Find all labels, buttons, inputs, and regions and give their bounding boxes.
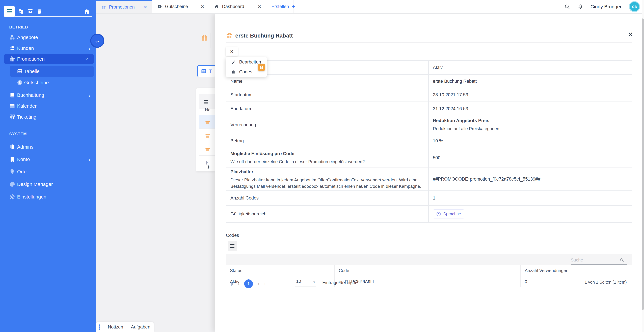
sidebar-item-design-manager[interactable]: Design Manager	[0, 179, 96, 189]
archive-icon[interactable]	[28, 8, 33, 14]
codes-menu-button[interactable]	[228, 241, 237, 251]
hamburger-icon[interactable]	[204, 100, 208, 105]
svg-text:$: $	[19, 81, 21, 84]
table-row: Enddatum 31.12.2024 16:53	[226, 102, 632, 116]
detail-value: erste Buchung Rabatt	[433, 78, 628, 84]
sidebar-resize-handle[interactable]: ↔	[90, 34, 104, 48]
table-row: Betrag 10 %	[226, 134, 632, 148]
users-icon	[9, 45, 15, 51]
chevron-down-icon: ›	[84, 58, 90, 60]
bell-icon[interactable]	[578, 4, 583, 9]
sidebar-item-label: Ticketing	[17, 114, 36, 120]
column-header-code[interactable]: Code	[334, 265, 520, 276]
actions-menu-toggle[interactable]: ×	[226, 47, 238, 56]
first-page-icon[interactable]: |‹	[231, 281, 233, 286]
aufgaben-button[interactable]: Aufgaben	[131, 325, 150, 330]
table-icon	[17, 68, 23, 74]
detail-value: 10 %	[433, 138, 628, 144]
badge-dollar-icon: $	[17, 80, 23, 86]
user-name[interactable]: Cindy Brugger	[590, 4, 622, 9]
codes-heading: Codes	[226, 233, 239, 238]
table-row[interactable]	[199, 129, 215, 142]
shield-icon	[9, 144, 15, 150]
sidebar-item-tabelle[interactable]: Tabelle	[10, 66, 94, 77]
detail-value: Aktiv	[433, 64, 628, 71]
avatar[interactable]: CB	[629, 1, 640, 12]
sidebar-item-orte[interactable]: Orte	[0, 166, 96, 177]
detail-value: Reduktion Angebots Preis	[433, 118, 628, 124]
section-label-system: SYSTEM	[9, 132, 27, 136]
gift-icon	[9, 56, 15, 62]
detail-label: Betrag	[230, 138, 424, 144]
sidebar: BETRIEB Angebote Kunden › Promotionen ›	[0, 0, 96, 332]
page-size-select[interactable]: 10 ▾	[295, 279, 316, 284]
expand-panel-chevron[interactable]: ›	[207, 162, 210, 171]
search-icon[interactable]	[564, 4, 570, 9]
notizen-button[interactable]: Notizen	[108, 325, 123, 330]
sidebar-item-kunden[interactable]: Kunden ›	[0, 43, 96, 53]
sidebar-item-angebote[interactable]: Angebote	[0, 32, 96, 42]
badge-dollar-icon: $	[157, 4, 162, 9]
scrollbar[interactable]	[642, 0, 644, 332]
sprachsc-chip[interactable]: Sprachsc	[433, 209, 464, 218]
search-underline	[571, 264, 627, 265]
sidebar-item-einstellungen[interactable]: Einstellungen	[0, 192, 96, 202]
sidebar-item-ticketing[interactable]: Ticketing	[0, 112, 96, 122]
table-row[interactable]	[199, 115, 215, 129]
next-page-icon[interactable]: ›	[258, 281, 259, 286]
sidebar-item-konto[interactable]: Konto ›	[0, 154, 96, 165]
sidebar-hamburger-button[interactable]	[4, 6, 15, 17]
sidebar-item-promotionen[interactable]: Promotionen ›	[4, 54, 94, 64]
tab-promotionen[interactable]: Promotionen ×	[96, 0, 152, 13]
sidebar-item-label: Design Manager	[17, 181, 53, 187]
tab-erstellen[interactable]: Erstellen +	[266, 0, 294, 13]
sidebar-item-admins[interactable]: Admins	[0, 142, 96, 152]
last-page-icon[interactable]: ›|	[264, 281, 266, 286]
menu-item-label: Codes	[239, 69, 252, 75]
column-header-usages[interactable]: Anzahl Verwendungen	[520, 265, 632, 276]
detail-value: 28.10.2021 17:53	[433, 92, 628, 98]
plus-icon: +	[292, 3, 295, 10]
home-icon[interactable]	[84, 8, 90, 14]
trash-icon[interactable]	[36, 8, 42, 14]
detail-label: Enddatum	[230, 106, 424, 112]
scrollbar-thumb[interactable]	[642, 18, 644, 310]
tab-gutscheine[interactable]: $ Gutscheine ×	[152, 0, 209, 13]
drag-dots-icon[interactable]	[99, 325, 100, 330]
header-divider	[226, 42, 632, 42]
current-page-button[interactable]: 1	[244, 279, 253, 288]
tab-label: Gutscheine	[165, 4, 188, 9]
sidebar-item-gutscheine[interactable]: $ Gutscheine	[0, 77, 96, 88]
sidebar-item-buchhaltung[interactable]: Buchhaltung ›	[0, 90, 96, 100]
tree-icon[interactable]	[18, 8, 24, 14]
detail-label: Gültigkeitsbereich	[230, 211, 424, 217]
search-icon[interactable]	[620, 258, 624, 262]
pencil-icon	[232, 60, 236, 64]
detail-label-description: Dieser Platzhalter kann in jedem Angebot…	[230, 177, 424, 189]
sidebar-item-label: Tabelle	[24, 69, 40, 74]
gift-icon	[205, 133, 210, 138]
map-pin-check-icon	[9, 169, 15, 175]
detail-label-description: Wie oft darf der einzelne Code in dieser…	[230, 159, 424, 165]
close-icon[interactable]: ×	[258, 4, 261, 9]
prev-page-icon[interactable]: ‹	[238, 281, 239, 286]
close-icon[interactable]: ×	[628, 31, 632, 38]
sidebar-item-kalender[interactable]: Kalender	[0, 101, 96, 111]
column-header-status[interactable]: Status	[226, 265, 334, 276]
tab-dashboard[interactable]: Dashboard ×	[209, 0, 266, 13]
promotion-gift-icon	[201, 34, 208, 41]
column-header-fragment: Na	[205, 107, 210, 113]
table-row[interactable]	[199, 142, 215, 156]
sidebar-header-divider	[4, 16, 92, 17]
close-icon[interactable]: ×	[201, 4, 204, 9]
building-icon	[9, 156, 15, 162]
chevron-right-icon: ›	[89, 157, 90, 162]
sidebar-item-label: Angebote	[17, 35, 38, 40]
search-input[interactable]	[570, 257, 620, 263]
close-icon[interactable]: ×	[144, 4, 147, 9]
table-row: Startdatum 28.10.2021 17:53	[226, 88, 632, 102]
codes-search[interactable]	[570, 257, 628, 263]
sidebar-item-label: Admins	[17, 144, 33, 150]
tabelle-view-button[interactable]: T	[197, 65, 216, 77]
sidebar-item-label: Buchhaltung	[17, 92, 44, 98]
